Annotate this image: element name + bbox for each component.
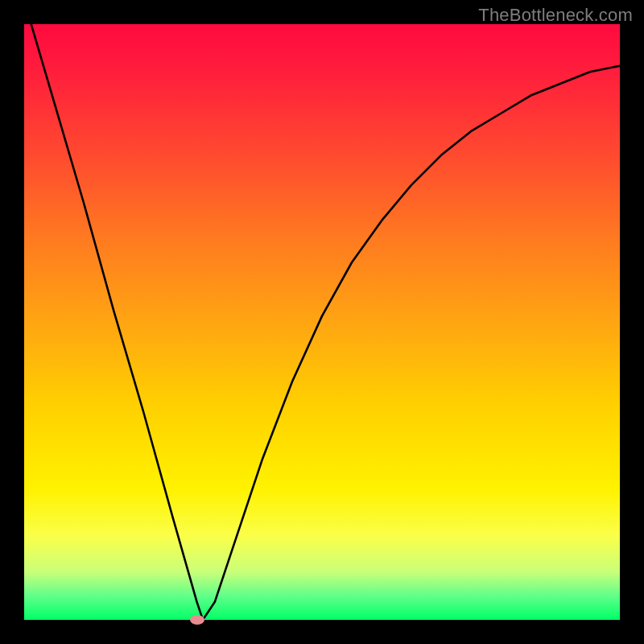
plot-area: [24, 24, 620, 620]
bottleneck-curve: [24, 24, 620, 620]
curve-path: [24, 24, 620, 620]
optimal-marker: [190, 615, 204, 625]
chart-frame: TheBottleneck.com: [0, 0, 644, 644]
watermark-text: TheBottleneck.com: [478, 5, 633, 26]
